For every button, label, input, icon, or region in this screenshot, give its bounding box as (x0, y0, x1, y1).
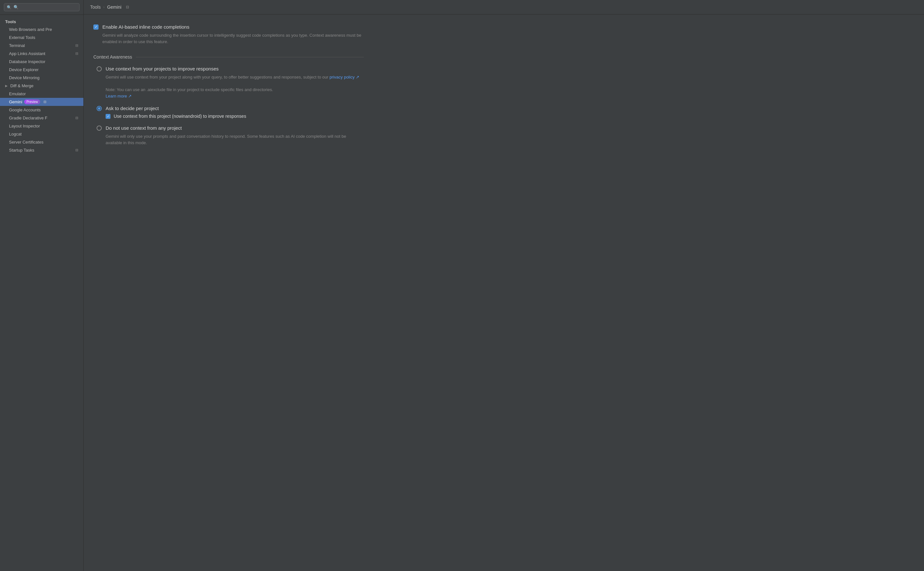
radio-label-ask-per-project: Ask to decide per project (106, 106, 159, 111)
enable-ai-label: Enable AI-based inline code completions (102, 24, 189, 29)
sidebar-item-label-gemini: Gemini (9, 99, 22, 104)
terminal-settings-icon: ⊟ (75, 43, 78, 48)
sidebar-item-label-app-links: App Links Assistant (9, 51, 45, 56)
sidebar-item-server-certificates[interactable]: Server Certificates (0, 138, 83, 146)
sub-checkbox-row: Use context from this project (nowinandr… (106, 114, 364, 119)
learn-more-text: Learn more (106, 94, 127, 99)
enable-ai-checkbox[interactable] (93, 25, 99, 29)
radio-use-context[interactable] (97, 66, 102, 71)
startup-settings-icon: ⊟ (75, 148, 78, 152)
breadcrumb-icon: ⊟ (126, 5, 129, 9)
radio-row-ask-per-project: Ask to decide per project (97, 106, 364, 111)
context-awareness-title: Context Awareness (93, 54, 132, 60)
sidebar-item-label-startup-tasks: Startup Tasks (9, 148, 34, 153)
search-icon: 🔍 (7, 5, 12, 10)
learn-more-link[interactable]: Learn more ↗ (106, 94, 132, 99)
sidebar-item-app-links[interactable]: App Links Assistant ⊟ (0, 49, 83, 58)
enable-ai-checkbox-row: Enable AI-based inline code completions (93, 24, 364, 29)
sidebar-item-gradle-declarative[interactable]: Gradle Declarative F ⊟ (0, 114, 83, 122)
radio-option-no-context: Do not use context from any project Gemi… (93, 125, 364, 146)
preview-badge: Preview (24, 99, 40, 104)
gradle-settings-icon: ⊟ (75, 116, 78, 120)
radio-option-use-context: Use context from your projects to improv… (93, 66, 364, 99)
radio-description-no-context: Gemini will only use your prompts and pa… (106, 133, 364, 146)
search-input[interactable] (14, 5, 77, 10)
gemini-settings-icon: ⊟ (43, 100, 46, 104)
sidebar-item-device-mirroring[interactable]: Device Mirroring (0, 74, 83, 82)
sidebar-item-label-diff-merge: Diff & Merge (10, 83, 34, 88)
sidebar-item-label-emulator: Emulator (9, 91, 26, 96)
description-part1: Gemini will use context from your projec… (106, 75, 329, 80)
sidebar-item-label-web-browsers: Web Browsers and Pre (9, 27, 52, 32)
privacy-policy-text: privacy policy (329, 75, 354, 80)
radio-description-use-context: Gemini will use context from your projec… (106, 74, 364, 99)
sidebar-item-layout-inspector[interactable]: Layout Inspector (0, 122, 83, 130)
breadcrumb: Tools › Gemini ⊟ (84, 0, 924, 14)
context-awareness-section: Context Awareness Use context from your … (93, 54, 364, 146)
radio-row-no-context: Do not use context from any project (97, 125, 364, 131)
radio-label-use-context: Use context from your projects to improv… (106, 66, 219, 71)
privacy-policy-link[interactable]: privacy policy ↗ (329, 75, 359, 80)
sidebar-item-label-server-certificates: Server Certificates (9, 140, 43, 145)
radio-ask-per-project[interactable] (97, 106, 102, 111)
section-divider (136, 57, 364, 57)
sidebar-content: Tools Web Browsers and Pre External Tool… (0, 15, 83, 571)
diff-merge-arrow-icon: ▶ (5, 84, 8, 88)
radio-row-use-context: Use context from your projects to improv… (97, 66, 364, 71)
sidebar-item-web-browsers[interactable]: Web Browsers and Pre (0, 25, 83, 34)
context-awareness-header: Context Awareness (93, 54, 364, 60)
sidebar-item-label-google-accounts: Google Accounts (9, 108, 40, 112)
sidebar-item-device-explorer[interactable]: Device Explorer (0, 66, 83, 74)
main-content: Tools › Gemini ⊟ Enable AI-based inline … (84, 0, 924, 571)
sidebar-item-external-tools[interactable]: External Tools (0, 34, 83, 42)
enable-ai-description: Gemini will analyze code surrounding the… (102, 32, 364, 45)
sidebar-item-label-terminal: Terminal (9, 43, 25, 48)
privacy-policy-arrow-icon: ↗ (356, 75, 359, 80)
radio-no-context[interactable] (97, 125, 102, 131)
sidebar-item-label-layout-inspector: Layout Inspector (9, 123, 40, 128)
sidebar-item-label-device-mirroring: Device Mirroring (9, 75, 40, 80)
radio-label-no-context: Do not use context from any project (106, 125, 182, 131)
aiexclude-note: Note: You can use an .aiexclude file in … (106, 87, 273, 92)
radio-option-ask-per-project: Ask to decide per project Use context fr… (93, 106, 364, 119)
sidebar-item-label-external-tools: External Tools (9, 35, 35, 40)
sidebar-item-label-database-inspector: Database Inspector (9, 59, 45, 64)
sidebar-item-terminal[interactable]: Terminal ⊟ (0, 42, 83, 49)
sidebar-item-database-inspector[interactable]: Database Inspector (0, 58, 83, 66)
sub-checkbox-label-nowinandroid: Use context from this project (nowinandr… (114, 114, 246, 119)
breadcrumb-parent: Tools (90, 5, 101, 10)
app-links-settings-icon: ⊟ (75, 51, 78, 56)
sidebar-item-logcat[interactable]: Logcat (0, 130, 83, 138)
sidebar-item-label-device-explorer: Device Explorer (9, 67, 39, 72)
learn-more-arrow-icon: ↗ (128, 94, 132, 99)
sidebar-item-diff-merge[interactable]: ▶ Diff & Merge (0, 82, 83, 90)
search-bar: 🔍 (0, 0, 83, 15)
enable-section: Enable AI-based inline code completions … (93, 24, 364, 45)
sidebar-item-google-accounts[interactable]: Google Accounts (0, 106, 83, 114)
sidebar: 🔍 Tools Web Browsers and Pre External To… (0, 0, 84, 571)
sidebar-item-emulator[interactable]: Emulator (0, 90, 83, 98)
search-input-wrapper[interactable]: 🔍 (4, 3, 80, 11)
sidebar-section-title: Tools (0, 17, 83, 25)
sidebar-item-label-logcat: Logcat (9, 132, 22, 136)
sidebar-item-startup-tasks[interactable]: Startup Tasks ⊟ (0, 146, 83, 154)
breadcrumb-separator: › (104, 5, 105, 9)
breadcrumb-current: Gemini (107, 5, 121, 10)
settings-body: Enable AI-based inline code completions … (84, 14, 374, 162)
sub-checkbox-nowinandroid[interactable] (106, 114, 110, 119)
sidebar-item-gemini[interactable]: Gemini Preview ⊟ (0, 98, 83, 106)
sidebar-item-label-gradle-declarative: Gradle Declarative F (9, 116, 47, 120)
